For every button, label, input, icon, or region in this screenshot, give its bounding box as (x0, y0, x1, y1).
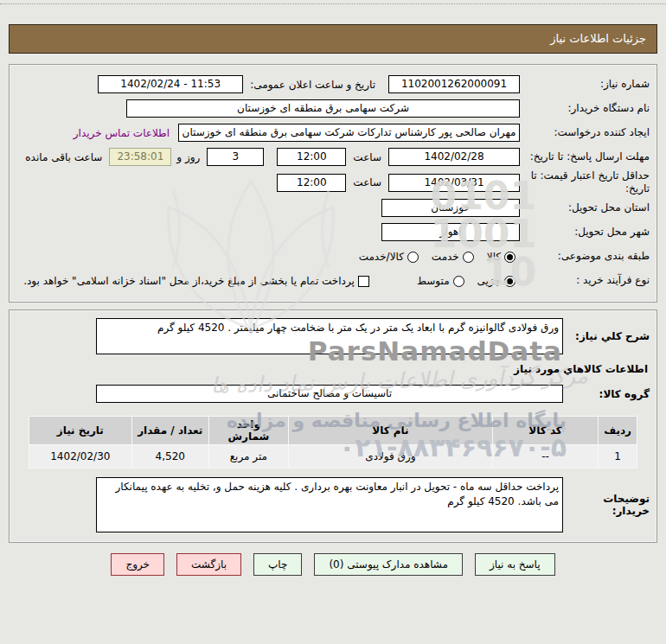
hours-remaining-label: ساعت باقی مانده (25, 151, 102, 163)
city-field[interactable]: اهواز (381, 223, 520, 241)
view-attachments-button[interactable]: مشاهده مدارک پیوستی (0) (314, 553, 463, 576)
need-description-field[interactable]: ورق فولادی گالوانیزه گرم با ابعاد یک متر… (96, 318, 563, 354)
validity-time-field[interactable]: 12:00 (277, 174, 346, 192)
category-row: طبقه بندی موضوعی: کالا خدمت کالا/خدمت (16, 245, 650, 268)
category-label: طبقه بندی موضوعی: (520, 250, 650, 263)
need-number-label: شماره نیاز: (520, 78, 650, 91)
col-need-date: تاریخ نیاز (29, 417, 132, 445)
cell-goods-name: ورق فولادی (288, 445, 492, 469)
radio-goods-service-label: کالا/خدمت (359, 251, 404, 263)
city-label: شهر محل تحویل: (520, 226, 650, 239)
days-remaining-field[interactable]: 3 (207, 148, 264, 166)
countdown-timer: 23:58:01 (109, 148, 171, 166)
buyer-notes-label: توضیحات خریدار: (563, 493, 650, 517)
radio-goods-service[interactable] (407, 252, 419, 263)
province-label: استان محل تحویل: (520, 201, 650, 214)
goods-info-heading: اطلاعات کالاهاي مورد نیاز (16, 363, 648, 375)
need-description-row: شرح کلي نیاز: ورق فولادی گالوانیزه گرم ب… (16, 318, 650, 354)
buyer-contact-link[interactable]: اطلاعات تماس خریدار (74, 127, 170, 139)
price-validity-label: حداقل تاریخ اعتبار قیمت: تا تاریخ: (520, 169, 650, 195)
cell-row-number: 1 (599, 445, 637, 469)
radio-service-label: خدمت (432, 251, 459, 263)
col-quantity: تعداد / مقدار (131, 417, 208, 445)
col-goods-name: نام کالا (288, 417, 492, 445)
goods-group-label: گروه کالا: (563, 388, 650, 400)
deadline-label: مهلت ارسال پاسخ: تا تاریخ: (520, 150, 650, 163)
need-number-row: شماره نیاز: 1102001262000091 تاریخ و ساع… (16, 73, 650, 96)
page-title: جزئیات اطلاعات نیاز (9, 24, 657, 54)
col-goods-code: کد کالا (492, 417, 598, 445)
treasury-checkbox-label: پرداخت تمام یا بخشی از مبلغ خرید،از محل … (23, 275, 355, 287)
radio-goods-label: کالا (487, 251, 501, 263)
need-description-label: شرح کلي نیاز: (563, 330, 650, 342)
cell-goods-code: -- (492, 445, 598, 469)
goods-group-field[interactable]: تاسیسات و مصالح ساختمانی (96, 385, 563, 403)
need-number-field[interactable]: 1102001262000091 (388, 75, 520, 93)
province-row: استان محل تحویل: خوزستان (16, 196, 650, 220)
need-details-panel: شرح کلي نیاز: ورق فولادی گالوانیزه گرم ب… (9, 309, 657, 543)
radio-medium-label: متوسط (417, 275, 450, 287)
cell-need-date: 1402/02/30 (29, 445, 132, 469)
deadline-hour-label: ساعت (353, 151, 381, 163)
days-label: روز و (176, 151, 200, 163)
action-buttons-row: پاسخ به نیاز مشاهده مدارک پیوستی (0) چاپ… (0, 553, 666, 576)
radio-minor-label: جزیی (477, 275, 501, 287)
deadline-row: مهلت ارسال پاسخ: تا تاریخ: 1402/02/28 سا… (16, 145, 650, 169)
cell-quantity: 4,520 (131, 445, 208, 469)
requester-row: ایجاد کننده درخواست: مهران صالحی پور کار… (16, 121, 650, 144)
need-details-page: { "page": { "title": "جزئیات اطلاعات نیا… (0, 0, 666, 644)
print-button[interactable]: چاپ (253, 553, 302, 576)
cell-unit: متر مربع (208, 445, 288, 469)
top-dotted-divider (0, 3, 666, 4)
back-button[interactable]: بازگشت (176, 553, 241, 576)
buyer-org-row: نام دستگاه خریدار: شرکت سهامی برق منطقه … (16, 97, 650, 120)
buyer-org-label: نام دستگاه خریدار: (520, 102, 650, 115)
city-row: شهر محل تحویل: اهواز (16, 220, 650, 244)
buyer-notes-row: توضیحات خریدار: پرداخت حداقل سه ماه - تح… (16, 477, 650, 532)
requester-field[interactable]: مهران صالحی پور کارشناس تدارکات شرکت سها… (178, 124, 520, 142)
validity-date-field[interactable]: 1402/03/31 (388, 174, 520, 192)
exit-button[interactable]: خروج (111, 553, 164, 576)
requester-label: ایجاد کننده درخواست: (520, 126, 650, 139)
price-validity-row: حداقل تاریخ اعتبار قیمت: تا تاریخ: 1402/… (16, 169, 650, 195)
respond-to-need-button[interactable]: پاسخ به نیاز (475, 553, 555, 576)
announce-datetime-field[interactable]: 1402/02/24 - 11:53 (98, 75, 243, 93)
process-type-row: نوع فرآیند خرید : جزیی متوسط پرداخت تمام… (16, 269, 650, 292)
process-type-label: نوع فرآیند خرید : (520, 274, 650, 287)
buyer-notes-field[interactable]: پرداخت حداقل سه ماه - تحویل در انبار معا… (96, 477, 563, 532)
table-row: 1 -- ورق فولادی متر مربع 4,520 1402/02/3… (29, 445, 637, 469)
validity-hour-label: ساعت (353, 176, 381, 188)
province-field[interactable]: خوزستان (381, 199, 520, 217)
treasury-checkbox[interactable] (358, 276, 369, 287)
radio-medium[interactable] (453, 276, 464, 287)
col-row-number: ردیف (599, 417, 637, 445)
radio-service[interactable] (463, 252, 474, 263)
goods-table-header-row: ردیف کد کالا نام کالا واحد شمارش تعداد /… (29, 417, 637, 445)
goods-group-row: گروه کالا: تاسیسات و مصالح ساختمانی (16, 382, 650, 405)
radio-minor[interactable] (504, 276, 516, 287)
deadline-time-field[interactable]: 12:00 (277, 148, 346, 166)
general-info-panel: شماره نیاز: 1102001262000091 تاریخ و ساع… (9, 64, 657, 303)
deadline-date-field[interactable]: 1402/02/28 (388, 148, 520, 166)
goods-table: ردیف کد کالا نام کالا واحد شمارش تعداد /… (29, 416, 637, 469)
buyer-org-field[interactable]: شرکت سهامی برق منطقه ای خوزستان (126, 99, 520, 118)
col-unit: واحد شمارش (208, 417, 288, 445)
radio-goods[interactable] (504, 252, 516, 263)
announce-datetime-label: تاریخ و ساعت اعلان عمومی: (250, 79, 375, 91)
